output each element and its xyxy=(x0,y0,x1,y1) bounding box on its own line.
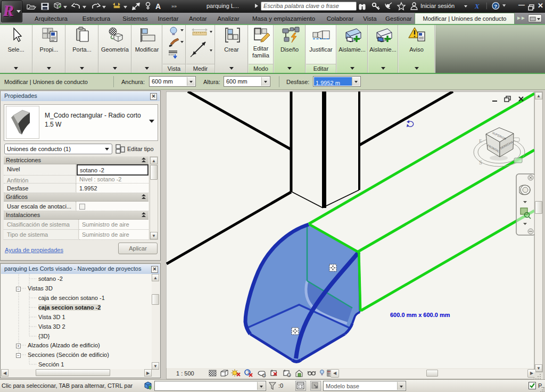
svg-text:600.0 mm x 600.0 mm: 600.0 mm x 600.0 mm xyxy=(390,312,450,318)
svg-text:S: S xyxy=(479,159,482,165)
svg-text:»»: »» xyxy=(171,4,177,9)
svg-text:?: ? xyxy=(494,3,497,9)
svg-text:X: X xyxy=(474,2,480,10)
svg-text:E: E xyxy=(479,138,482,144)
svg-text:A: A xyxy=(155,2,161,11)
